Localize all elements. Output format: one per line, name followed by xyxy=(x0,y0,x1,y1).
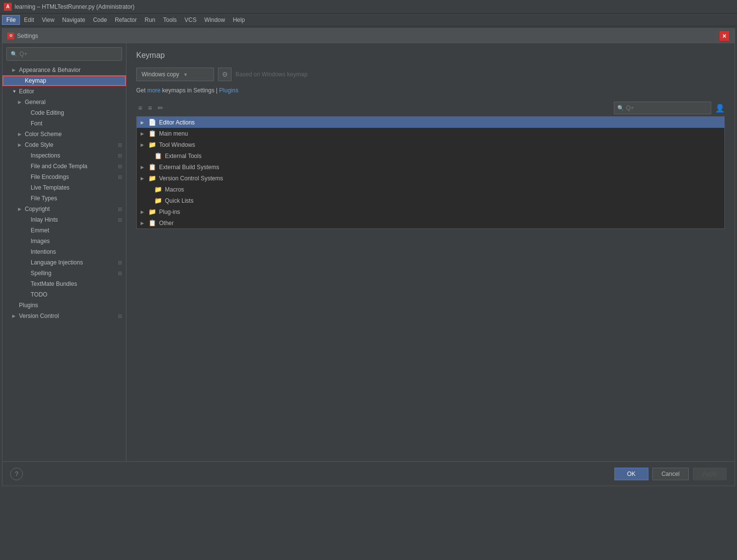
sidebar-item-code-editing[interactable]: Code Editing xyxy=(2,107,126,118)
menu-bar: File Edit View Navigate Code Refactor Ru… xyxy=(0,14,737,26)
keymap-search-input[interactable] xyxy=(626,105,699,111)
settings-window: ⚙ Settings × 🔍 ▶ Appearance & Behavior K… xyxy=(2,28,735,486)
menu-item-navigate[interactable]: Navigate xyxy=(58,16,89,24)
person-icon-button[interactable]: 👤 xyxy=(715,104,725,113)
keymap-toolbar: ≡ ≡ ✏ 🔍 👤 xyxy=(136,102,725,114)
link-plugins[interactable]: Plugins xyxy=(219,87,238,94)
sidebar-item-appearance[interactable]: ▶ Appearance & Behavior xyxy=(2,65,126,75)
menu-item-edit[interactable]: Edit xyxy=(20,16,38,24)
sidebar-item-label: Code Style xyxy=(25,141,54,148)
sidebar-search-icon: 🔍 xyxy=(11,51,18,57)
action-row-quick-lists[interactable]: 📁 Quick Lists xyxy=(137,195,724,206)
sidebar-item-keymap[interactable]: Keymap xyxy=(2,75,126,86)
menu-item-vcs[interactable]: VCS xyxy=(180,16,200,24)
link-more[interactable]: more xyxy=(147,87,161,94)
action-row-tool-windows[interactable]: ▶ 📁 Tool Windows xyxy=(137,139,724,150)
sidebar-item-version-control[interactable]: ▶ Version Control ⊞ xyxy=(2,311,126,321)
sidebar-item-file-code-templates[interactable]: File and Code Templa ⊞ xyxy=(2,161,126,172)
keymap-links: Get more keymaps in Settings | Plugins xyxy=(136,87,725,94)
links-middle: keymaps in Settings | xyxy=(161,87,219,94)
action-label-tool-windows: Tool Windows xyxy=(159,141,195,148)
action-row-other[interactable]: ▶ 📋 Other xyxy=(137,217,724,228)
action-row-external-build-systems[interactable]: ▶ 📋 External Build Systems xyxy=(137,161,724,173)
menu-item-tools[interactable]: Tools xyxy=(159,16,180,24)
sidebar-item-inspections[interactable]: Inspections ⊞ xyxy=(2,150,126,161)
sidebar-item-intentions[interactable]: Intentions xyxy=(2,246,126,257)
keymap-dropdown-value: Windows copy xyxy=(142,71,179,78)
sidebar-item-font[interactable]: Font xyxy=(2,118,126,129)
expand-all-icon: ≡ xyxy=(138,104,142,112)
collapse-all-button[interactable]: ≡ xyxy=(146,103,154,113)
menu-item-window[interactable]: Window xyxy=(200,16,229,24)
sidebar-item-label: Editor xyxy=(19,88,34,95)
action-row-macros[interactable]: 📁 Macros xyxy=(137,184,724,195)
copy-icon-inspections: ⊞ xyxy=(118,153,122,159)
toolbar-right: 🔍 👤 xyxy=(614,102,725,114)
action-tree: ▶ 📄 Editor Actions ▶ 📋 Main menu ▶ 📁 Too… xyxy=(136,116,725,229)
arrow-main-menu: ▶ xyxy=(141,131,145,136)
title-bar: A learning – HTMLTestRunner.py (Administ… xyxy=(0,0,737,14)
sidebar-search-box[interactable]: 🔍 xyxy=(6,47,122,61)
sidebar-item-spelling[interactable]: Spelling ⊞ xyxy=(2,268,126,279)
edit-keymap-button[interactable]: ✏ xyxy=(156,103,165,113)
menu-item-help[interactable]: Help xyxy=(229,16,249,24)
sidebar-item-plugins[interactable]: Plugins xyxy=(2,300,126,311)
sidebar-item-textmate-bundles[interactable]: TextMate Bundles xyxy=(2,279,126,289)
arrow-editor: ▼ xyxy=(12,89,17,94)
window-title: learning – HTMLTestRunner.py (Administra… xyxy=(15,3,135,10)
sidebar-item-live-templates[interactable]: Live Templates xyxy=(2,182,126,193)
close-button[interactable]: × xyxy=(719,31,730,41)
copy-icon-language-injections: ⊞ xyxy=(118,260,122,266)
keymap-search-box[interactable]: 🔍 xyxy=(614,102,711,114)
sidebar-item-todo[interactable]: TODO xyxy=(2,289,126,300)
sidebar-item-file-encodings[interactable]: File Encodings ⊞ xyxy=(2,172,126,182)
sidebar-item-label: File Encodings xyxy=(31,174,69,180)
action-row-external-tools[interactable]: 📋 External Tools xyxy=(137,150,724,161)
sidebar-item-language-injections[interactable]: Language Injections ⊞ xyxy=(2,257,126,268)
sidebar-item-copyright[interactable]: ▶ Copyright ⊞ xyxy=(2,204,126,214)
sidebar-item-label: File Types xyxy=(31,195,57,202)
icon-editor-actions: 📄 xyxy=(148,119,156,126)
keymap-controls: Windows copy ▼ ⚙ Based on Windows keymap xyxy=(136,68,725,81)
arrow-appearance: ▶ xyxy=(12,68,17,72)
sidebar-item-emmet[interactable]: Emmet xyxy=(2,225,126,236)
menu-item-refactor[interactable]: Refactor xyxy=(111,16,141,24)
help-button[interactable]: ? xyxy=(10,468,23,480)
arrow-plug-ins: ▶ xyxy=(141,210,145,214)
sidebar-item-code-style[interactable]: ▶ Code Style ⊞ xyxy=(2,140,126,150)
sidebar-item-file-types[interactable]: File Types xyxy=(2,193,126,204)
icon-plug-ins: 📁 xyxy=(148,208,156,215)
toolbar-left: ≡ ≡ ✏ xyxy=(136,103,165,113)
sidebar-item-label: Copyright xyxy=(25,206,50,212)
sidebar-item-label: Live Templates xyxy=(31,184,70,191)
sidebar-item-editor[interactable]: ▼ Editor xyxy=(2,86,126,97)
panel-title: Keymap xyxy=(136,51,725,60)
cancel-button[interactable]: Cancel xyxy=(652,468,689,480)
sidebar-search-input[interactable] xyxy=(19,51,118,57)
keymap-dropdown[interactable]: Windows copy ▼ xyxy=(136,68,214,81)
icon-quick-lists: 📁 xyxy=(154,197,162,204)
sidebar-item-color-scheme[interactable]: ▶ Color Scheme xyxy=(2,129,126,140)
ok-button[interactable]: OK xyxy=(614,468,648,480)
sidebar-item-images[interactable]: Images xyxy=(2,236,126,246)
menu-item-code[interactable]: Code xyxy=(89,16,111,24)
action-row-version-control-systems[interactable]: ▶ 📁 Version Control Systems xyxy=(137,173,724,184)
menu-item-view[interactable]: View xyxy=(38,16,58,24)
sidebar-item-inlay-hints[interactable]: Inlay Hints ⊞ xyxy=(2,214,126,225)
apply-button[interactable]: Apply xyxy=(693,468,727,480)
copy-icon-copyright: ⊞ xyxy=(118,206,122,212)
menu-item-file[interactable]: File xyxy=(2,15,20,25)
keymap-gear-button[interactable]: ⚙ xyxy=(218,68,232,81)
icon-external-tools: 📋 xyxy=(154,152,162,159)
action-row-editor-actions[interactable]: ▶ 📄 Editor Actions xyxy=(137,117,724,128)
expand-all-button[interactable]: ≡ xyxy=(136,103,144,113)
sidebar-item-label: Font xyxy=(31,120,42,127)
settings-title-area: ⚙ Settings xyxy=(7,33,38,39)
menu-item-run[interactable]: Run xyxy=(141,16,159,24)
settings-title-text: Settings xyxy=(17,33,38,39)
action-label-macros: Macros xyxy=(165,186,184,193)
action-row-plug-ins[interactable]: ▶ 📁 Plug-ins xyxy=(137,206,724,217)
action-row-main-menu[interactable]: ▶ 📋 Main menu xyxy=(137,128,724,139)
icon-other: 📋 xyxy=(148,219,156,227)
sidebar-item-general[interactable]: ▶ General xyxy=(2,97,126,107)
